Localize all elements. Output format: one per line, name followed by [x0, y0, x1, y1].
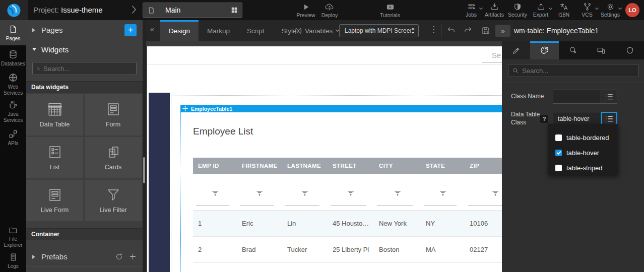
widget-tile-live-form[interactable]: Live Form	[26, 180, 83, 221]
rail-item-apis[interactable]: APIs	[0, 125, 26, 150]
table-header-cell[interactable]: STATE	[421, 158, 465, 174]
gear-icon	[599, 2, 622, 12]
user-avatar[interactable]: LO	[625, 3, 639, 17]
widget-search-input[interactable]	[43, 65, 132, 73]
caret-right-icon	[32, 255, 35, 259]
chevron-down-icon	[549, 8, 552, 10]
table-row[interactable]: 1 Eric Lin 45 Housto… New York NY 10106	[193, 211, 502, 237]
page-structure-header[interactable]: Page Structure	[26, 267, 143, 272]
employee-data-table[interactable]: EMP ID FIRSTNAME LASTNAME STREET CITY ST…	[193, 158, 502, 263]
scrollbar-thumb[interactable]	[143, 157, 145, 183]
rail-item-java-services[interactable]: Java Services	[0, 98, 26, 125]
tab-events[interactable]	[559, 41, 587, 59]
property-search-input[interactable]	[522, 67, 634, 75]
deploy-button[interactable]: Deploy	[317, 2, 342, 18]
export-button[interactable]: Export	[529, 2, 552, 18]
checkbox-unchecked[interactable]	[555, 165, 562, 171]
preview-button[interactable]: Preview	[293, 2, 318, 18]
save-button[interactable]	[481, 26, 490, 35]
refresh-icon[interactable]	[115, 253, 123, 260]
rail-item-databases[interactable]: Databases	[0, 45, 26, 71]
widget-tile-form[interactable]: Form	[85, 94, 142, 135]
tab-security[interactable]	[616, 41, 644, 59]
grid-view-icon[interactable]	[231, 7, 238, 14]
vcs-button[interactable]: VCS	[575, 2, 599, 18]
api-nodes-icon	[8, 129, 18, 139]
add-page-button[interactable]	[124, 24, 137, 36]
table-header-cell[interactable]: FIRSTNAME	[237, 158, 282, 174]
data-widgets-header: Data widgets	[26, 81, 143, 93]
tab-markup[interactable]: Markup	[199, 20, 238, 41]
rail-item-web-services[interactable]: Web Services	[0, 71, 26, 98]
column-filter[interactable]	[282, 174, 328, 210]
table-header-row: EMP ID FIRSTNAME LASTNAME STREET CITY ST…	[193, 158, 502, 174]
rail-item-logs[interactable]: Logs	[0, 250, 26, 272]
page-topnav[interactable]: Se	[147, 46, 502, 64]
column-filter[interactable]	[374, 174, 421, 210]
table-header-cell[interactable]: STREET	[328, 158, 374, 174]
option-table-striped[interactable]: table-striped	[548, 160, 618, 175]
rail-item-file-explorer[interactable]: File Explorer	[0, 224, 26, 250]
tab-devices[interactable]	[587, 41, 615, 59]
widgets-section-header[interactable]: Widgets	[26, 40, 143, 58]
filter-icon	[256, 189, 264, 196]
panel-scrollbar[interactable]	[143, 20, 146, 272]
design-canvas-page[interactable]: Se EmployeeTable1 Employee List EMP ID F…	[147, 46, 502, 272]
widget-tile-data-table[interactable]: Data Table	[26, 94, 83, 135]
page-left-nav[interactable]	[149, 93, 170, 272]
checkbox-checked[interactable]	[555, 150, 562, 156]
security-button[interactable]: Security	[506, 2, 529, 18]
magnifier-cursor-icon	[568, 46, 578, 55]
rail-item-pages[interactable]: Pages	[0, 20, 26, 45]
widget-selection-bar[interactable]: EmployeeTable1	[180, 105, 502, 112]
column-filter[interactable]	[421, 174, 465, 210]
redo-button[interactable]	[463, 26, 473, 35]
table-row[interactable]: 2 Brad Tucker 25 Liberty Pl Boston MA 02…	[193, 237, 502, 263]
device-select[interactable]: Laptop with MDPI Screen	[339, 24, 419, 37]
table-filter-row	[193, 174, 502, 211]
column-filter[interactable]	[328, 174, 374, 210]
tab-script[interactable]: Script	[238, 20, 273, 41]
widget-tile-list[interactable]: List	[26, 137, 83, 178]
page-tab-main[interactable]: Main	[143, 3, 242, 18]
table-header-cell[interactable]: EMP ID	[193, 158, 237, 174]
class-name-input[interactable]	[553, 90, 601, 104]
settings-button[interactable]: Settings	[599, 2, 622, 18]
chevron-right-icon[interactable]	[132, 5, 137, 14]
inspector-tabs	[502, 41, 644, 59]
help-icon[interactable]: ?	[540, 115, 548, 123]
add-prefab-icon[interactable]	[129, 253, 137, 260]
tab-properties[interactable]	[502, 41, 530, 59]
i18n-button[interactable]: I18N	[552, 2, 575, 18]
column-filter[interactable]	[193, 174, 237, 210]
tab-design[interactable]: Design	[160, 20, 199, 41]
table-header-cell[interactable]: CITY	[374, 158, 421, 174]
filter-icon	[301, 189, 309, 196]
variables-button[interactable]: {x} Variables	[295, 20, 340, 41]
kebab-menu-icon[interactable]: ⋮	[426, 23, 441, 36]
widget-tile-cards[interactable]: Cards	[85, 137, 142, 178]
logs-icon	[9, 252, 18, 262]
undo-button[interactable]	[446, 26, 456, 35]
pages-section-header[interactable]: Pages	[26, 20, 143, 40]
option-table-bordered[interactable]: table-bordered	[548, 130, 618, 145]
column-filter[interactable]	[465, 174, 502, 210]
artifacts-button[interactable]: Artifacts	[483, 2, 506, 18]
app-logo[interactable]	[0, 0, 28, 20]
class-name-list-button[interactable]	[601, 90, 617, 104]
prefabs-section-header[interactable]: Prefabs	[26, 247, 143, 267]
class-name-field-row: Class Name	[511, 90, 617, 104]
column-filter[interactable]	[237, 174, 282, 210]
folder-icon	[8, 226, 18, 235]
table-header-cell[interactable]: ZIP	[465, 158, 502, 174]
collapse-panel-button[interactable]: «	[147, 25, 157, 33]
checkbox-unchecked[interactable]	[555, 134, 562, 141]
widget-tile-live-filter[interactable]: Live Filter	[85, 180, 142, 221]
tutorials-button[interactable]: Tutorials	[377, 2, 403, 18]
tab-styles[interactable]	[530, 41, 558, 59]
option-table-hover[interactable]: table-hover	[548, 145, 618, 160]
filter-icon	[491, 189, 499, 196]
table-header-cell[interactable]: LASTNAME	[282, 158, 328, 174]
expand-panel-button[interactable]: »	[495, 25, 510, 37]
jobs-button[interactable]: Jobs	[460, 2, 483, 18]
